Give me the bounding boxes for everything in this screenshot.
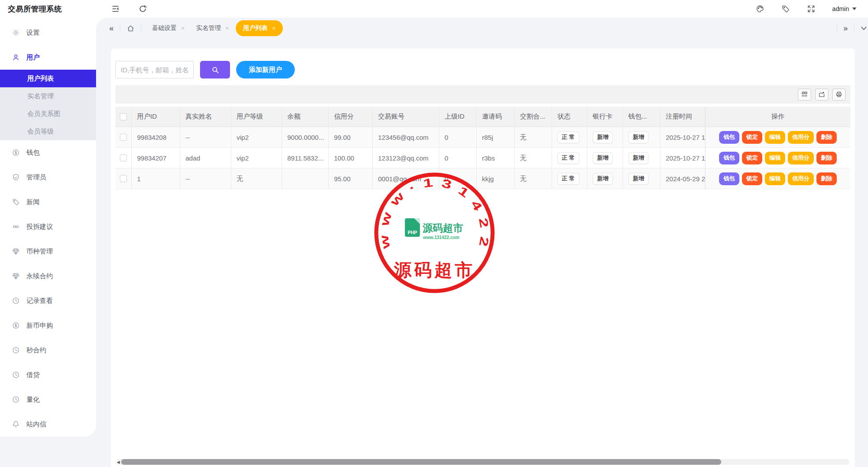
pill-wallet[interactable]: 新增 [628, 131, 649, 143]
toggle-sidebar-button[interactable] [111, 4, 120, 13]
pill-bank_card[interactable]: 新增 [593, 152, 613, 164]
divider [141, 24, 141, 33]
pill-bank_card[interactable]: 新增 [593, 173, 613, 185]
print-button[interactable] [832, 89, 846, 101]
topbar: 交易所管理系统 admin [0, 0, 868, 18]
sidebar-item-feedback[interactable]: 投拆建议 [0, 214, 96, 239]
cell-parent_id: 0 [439, 148, 477, 168]
credit-action-button[interactable]: 信用分 [788, 152, 814, 164]
lock-action-button[interactable]: 锁定 [742, 172, 762, 185]
lock-action-button[interactable]: 锁定 [742, 131, 762, 144]
history-icon [12, 396, 20, 403]
pill-status[interactable]: 正 常 [557, 152, 579, 164]
delete-action-button[interactable]: 删除 [816, 172, 837, 185]
edit-action-button[interactable]: 编辑 [765, 172, 785, 185]
sidebar-subitem-member-levels[interactable]: 会员等级 [0, 123, 96, 140]
row-actions: 钱包锁定编辑信用分删除 [705, 127, 850, 148]
cell-user_id: 99834207 [132, 148, 180, 168]
cell-balance: 8911.5832... [282, 148, 329, 168]
user-icon [12, 53, 20, 61]
add-user-button[interactable]: 添加新用户 [236, 61, 295, 78]
sidebar-item-new-coin[interactable]: 新币申购 [0, 313, 96, 338]
sidebar-subitem-member-relations[interactable]: 会员关系图 [0, 105, 96, 123]
sidebar-item-coin-manage[interactable]: 币种管理 [0, 239, 96, 264]
fullscreen-button[interactable] [807, 4, 816, 13]
credit-action-button[interactable]: 信用分 [788, 131, 814, 144]
gem-icon [12, 272, 20, 280]
tabs-scroll-left-button[interactable]: « [109, 24, 114, 32]
column-header-credit: 信用分 [329, 107, 373, 127]
tab-close-icon[interactable]: × [272, 25, 275, 31]
wallet-action-button[interactable]: 钱包 [719, 131, 739, 144]
column-header-reg_time: 注册时间 [660, 107, 705, 127]
column-header-delivery: 交割合... [515, 107, 552, 127]
cell-delivery: 无 [515, 127, 552, 147]
edit-action-button[interactable]: 编辑 [765, 131, 785, 144]
actions-column: 操作钱包锁定编辑信用分删除钱包锁定编辑信用分删除钱包锁定编辑信用分删除 [705, 107, 850, 189]
delete-action-button[interactable]: 删除 [816, 131, 837, 144]
horizontal-scrollbar-thumb[interactable] [121, 459, 721, 465]
sidebar-item-loan[interactable]: 借贷 [0, 362, 96, 387]
sidebar-item-records[interactable]: 记录查看 [0, 288, 96, 313]
tab-base-settings[interactable]: 基础设置× [148, 20, 189, 36]
tag-button[interactable] [781, 4, 790, 13]
admin-dropdown[interactable]: admin [832, 5, 857, 12]
tab-realname[interactable]: 实名管理× [192, 20, 233, 36]
admin-name: admin [832, 5, 849, 12]
cell-account: 123123@qq.com [373, 148, 439, 168]
pill-status[interactable]: 正 常 [557, 173, 579, 185]
toggle-columns-button[interactable] [798, 89, 811, 101]
credit-action-button[interactable]: 信用分 [788, 172, 814, 185]
tab-user-list[interactable]: 用户列表× [236, 20, 282, 36]
row-checkbox[interactable] [120, 175, 127, 182]
sidebar-item-news[interactable]: 新闻 [0, 190, 96, 214]
sidebar-item-site-mail[interactable]: 站内信 [0, 412, 96, 437]
edit-action-button[interactable]: 编辑 [765, 152, 785, 164]
row-checkbox[interactable] [120, 134, 127, 141]
topbar-left-icons [111, 4, 147, 13]
sidebar-item-settings[interactable]: 设置 [0, 20, 96, 45]
pill-bank_card[interactable]: 新增 [593, 131, 613, 143]
user-table: 用户ID真实姓名用户等级余额信用分交易账号上级ID邀请码交割合...状态银行卡钱… [115, 107, 850, 189]
export-button[interactable] [815, 89, 828, 101]
tab-close-icon[interactable]: × [225, 25, 229, 31]
tag-icon [12, 198, 20, 206]
sidebar-item-admins[interactable]: 管理员 [0, 165, 96, 190]
sidebar-item-perpetual[interactable]: 永续合约 [0, 264, 96, 288]
pill-wallet[interactable]: 新增 [628, 173, 649, 185]
search-input[interactable] [115, 61, 194, 78]
sidebar-item-users[interactable]: 用户 [0, 45, 96, 70]
bell-icon [12, 420, 20, 428]
sidebar-item-label: 量化 [26, 396, 40, 404]
gem-icon [12, 247, 20, 255]
cell-level: vip2 [231, 127, 282, 147]
tabs-menu-chevron-down-icon[interactable] [861, 26, 867, 30]
wallet-action-button[interactable]: 钱包 [719, 152, 739, 164]
table-row: 1--无95.000001@qq.com0kkjg无正 常新增新增2024-05… [115, 168, 705, 189]
tab-close-icon[interactable]: × [181, 25, 185, 31]
refresh-button[interactable] [138, 4, 147, 13]
pill-wallet[interactable]: 新增 [628, 152, 649, 164]
wallet-action-button[interactable]: 钱包 [719, 172, 739, 185]
delete-action-button[interactable]: 删除 [816, 152, 837, 164]
tabs-scroll-right-button[interactable]: » [843, 24, 848, 32]
sidebar-item-wallet[interactable]: 钱包 [0, 140, 96, 165]
lock-action-button[interactable]: 锁定 [742, 152, 762, 164]
app-title: 交易所管理系统 [0, 4, 96, 14]
column-header-bank_card: 银行卡 [587, 107, 623, 127]
search-button[interactable] [200, 61, 230, 78]
cell-parent_id: 0 [439, 168, 477, 189]
home-icon[interactable] [126, 24, 135, 33]
select-all-checkbox[interactable] [120, 113, 127, 120]
sidebar-subitem-realname-manage[interactable]: 实名管理 [0, 87, 96, 105]
scrollbar-left-arrow-icon[interactable]: ◀ [117, 460, 120, 465]
sidebar-subitem-user-list[interactable]: 用户列表 [0, 70, 96, 87]
sidebar-item-second-contract[interactable]: 秒合约 [0, 338, 96, 362]
history-icon [12, 297, 20, 305]
pill-status[interactable]: 正 常 [557, 131, 579, 143]
row-checkbox-cell [115, 127, 132, 147]
cell-status: 正 常 [552, 127, 587, 147]
row-checkbox[interactable] [120, 154, 127, 161]
sidebar-item-quant[interactable]: 量化 [0, 387, 96, 412]
theme-palette-button[interactable] [756, 4, 764, 13]
